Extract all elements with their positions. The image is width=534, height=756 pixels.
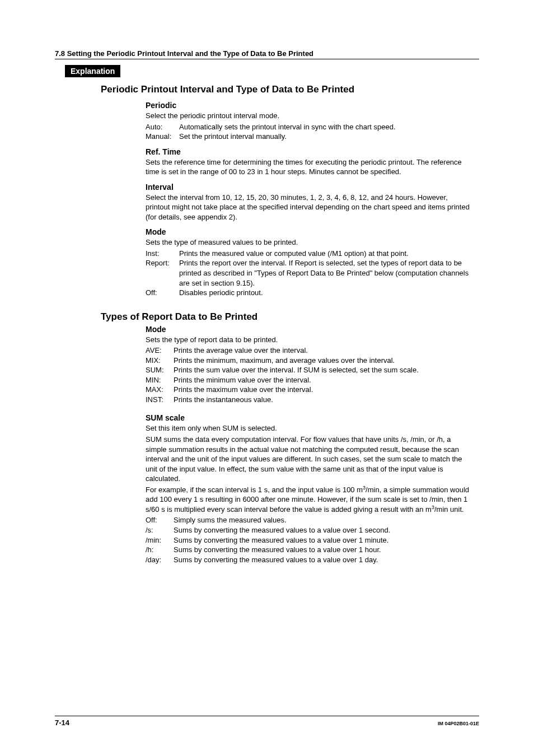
sumscale-intro: Set this item only when SUM is selected. xyxy=(146,423,470,433)
def-row: MIN: Prints the minimum value over the i… xyxy=(146,375,470,385)
def-desc: Prints the minimum, maximum, and average… xyxy=(174,356,470,366)
def-row: Off: Simply sums the measured values. xyxy=(146,515,470,525)
def-row: /s: Sums by converting the measured valu… xyxy=(146,525,470,535)
def-term: AVE: xyxy=(146,346,174,356)
def-desc: Set the printout interval manually. xyxy=(179,132,470,142)
def-term: /h: xyxy=(146,545,174,555)
def-desc: Simply sums the measured values. xyxy=(174,515,470,525)
mode2-def-list: AVE: Prints the average value over the i… xyxy=(146,346,470,404)
def-term: Auto: xyxy=(146,122,179,132)
subhead-reftime: Ref. Time xyxy=(146,147,479,156)
def-desc: Prints the average value over the interv… xyxy=(174,346,470,356)
def-row: /day: Sums by converting the measured va… xyxy=(146,555,470,565)
subhead-sumscale: SUM scale xyxy=(146,413,479,422)
def-row: AVE: Prints the average value over the i… xyxy=(146,346,470,356)
subhead-periodic: Periodic xyxy=(146,101,479,110)
def-term: SUM: xyxy=(146,365,174,375)
sumscale-body2: For example, if the scan interval is 1 s… xyxy=(146,485,470,515)
mode-intro: Sets the type of measured values to be p… xyxy=(146,237,470,248)
def-term: MIN: xyxy=(146,375,174,385)
def-desc: Prints the sum value over the interval. … xyxy=(174,365,470,375)
def-term: /min: xyxy=(146,535,174,545)
def-row: /h: Sums by converting the measured valu… xyxy=(146,545,470,555)
sumscale-body2-c: /min unit. xyxy=(434,505,464,514)
reftime-body: Sets the reference time for determining … xyxy=(146,157,470,177)
def-row: Manual: Set the printout interval manual… xyxy=(146,132,470,142)
periodic-intro: Select the periodic printout interval mo… xyxy=(146,111,470,121)
subhead-mode2: Mode xyxy=(146,325,479,334)
sumscale-body2-a: For example, if the scan interval is 1 s… xyxy=(146,486,363,494)
interval-body: Select the interval from 10, 12, 15, 20,… xyxy=(146,193,470,222)
def-row: MIX: Prints the minimum, maximum, and av… xyxy=(146,356,470,366)
def-row: Auto: Automatically sets the printout in… xyxy=(146,122,470,132)
page-footer: 7-14 IM 04P02B01-01E xyxy=(55,716,479,727)
def-desc: Prints the report over the interval. If … xyxy=(179,258,470,288)
mode-def-list: Inst: Prints the measured value or compu… xyxy=(146,249,470,298)
def-desc: Prints the minimum value over the interv… xyxy=(174,375,470,385)
sumscale-body1: SUM sums the data every computation inte… xyxy=(146,435,470,484)
subhead-mode: Mode xyxy=(146,227,479,236)
def-term: /day: xyxy=(146,555,174,565)
def-row: INST: Prints the instantaneous value. xyxy=(146,395,470,405)
def-desc: Prints the measured value or computed va… xyxy=(179,249,470,259)
def-desc: Disables periodic printout. xyxy=(179,288,470,298)
sumscale-def-list: Off: Simply sums the measured values. /s… xyxy=(146,515,470,564)
def-desc: Automatically sets the printout interval… xyxy=(179,122,470,132)
def-row: Report: Prints the report over the inter… xyxy=(146,258,470,288)
def-desc: Sums by converting the measured values t… xyxy=(174,555,470,565)
def-desc: Sums by converting the measured values t… xyxy=(174,545,470,555)
def-term: Off: xyxy=(146,515,174,525)
def-row: MAX: Prints the maximum value over the i… xyxy=(146,385,470,395)
def-term: MIX: xyxy=(146,356,174,366)
heading-types-report: Types of Report Data to Be Printed xyxy=(101,311,479,323)
document-number: IM 04P02B01-01E xyxy=(438,721,479,726)
def-desc: Prints the instantaneous value. xyxy=(174,395,470,405)
def-desc: Prints the maximum value over the interv… xyxy=(174,385,470,395)
def-term: Off: xyxy=(146,288,179,298)
def-term: MAX: xyxy=(146,385,174,395)
def-row: SUM: Prints the sum value over the inter… xyxy=(146,365,470,375)
page-number: 7-14 xyxy=(55,718,69,727)
def-term: INST: xyxy=(146,395,174,405)
def-desc: Sums by converting the measured values t… xyxy=(174,525,470,535)
mode2-intro: Sets the type of report data to be print… xyxy=(146,335,470,345)
subhead-interval: Interval xyxy=(146,183,479,192)
explanation-badge: Explanation xyxy=(65,65,120,77)
heading-periodic-printout: Periodic Printout Interval and Type of D… xyxy=(101,84,479,95)
periodic-def-list: Auto: Automatically sets the printout in… xyxy=(146,122,470,142)
def-term: Report: xyxy=(146,258,179,288)
def-desc: Sums by converting the measured values t… xyxy=(174,535,470,545)
def-term: Inst: xyxy=(146,249,179,259)
def-row: /min: Sums by converting the measured va… xyxy=(146,535,470,545)
def-row: Off: Disables periodic printout. xyxy=(146,288,470,298)
def-term: /s: xyxy=(146,525,174,535)
def-term: Manual: xyxy=(146,132,179,142)
def-row: Inst: Prints the measured value or compu… xyxy=(146,249,470,259)
page-section-header: 7.8 Setting the Periodic Printout Interv… xyxy=(55,49,479,59)
